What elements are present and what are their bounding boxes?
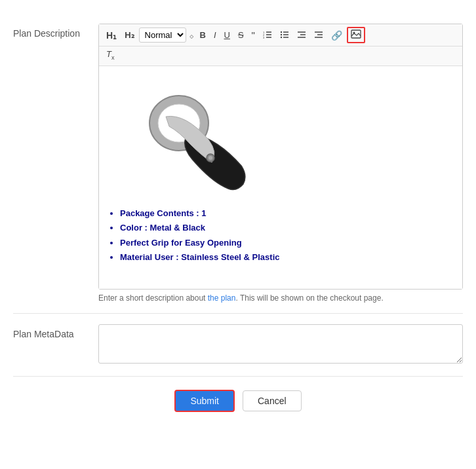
strikethrough-button[interactable]: S [235, 29, 247, 41]
cancel-button[interactable]: Cancel [243, 390, 302, 411]
bullet-item: Material User : Stainless Steel & Plasti… [120, 251, 454, 264]
bold-button[interactable]: B [197, 29, 209, 41]
plan-metadata-content [98, 324, 463, 366]
form-buttons: Submit Cancel [13, 377, 463, 425]
hint-link[interactable]: the plan [208, 293, 236, 303]
svg-point-9 [281, 31, 282, 32]
editor-toolbar-row2: Tx [99, 47, 462, 66]
underline-button[interactable]: U [221, 29, 233, 41]
svg-point-10 [281, 33, 282, 35]
svg-point-11 [281, 36, 282, 37]
bullet-item: Package Contents : 1 [120, 207, 454, 220]
format-select[interactable]: Normal [139, 28, 186, 43]
svg-text:3: 3 [263, 35, 265, 39]
plan-description-label: Plan Description [13, 24, 98, 41]
rich-text-editor: H₁ H₂ Normal ⬦ B I U S " 1 2 [98, 24, 463, 290]
content-bullet-list: Package Contents : 1Color : Metal & Blac… [107, 207, 454, 264]
editor-toolbar: H₁ H₂ Normal ⬦ B I U S " 1 2 [99, 24, 462, 47]
plan-description-content: H₁ H₂ Normal ⬦ B I U S " 1 2 [98, 24, 463, 303]
h1-button[interactable]: H₁ [103, 29, 120, 42]
italic-button[interactable]: I [210, 29, 220, 41]
bullet-item: Color : Metal & Black [120, 221, 454, 235]
submit-button[interactable]: Submit [174, 390, 235, 412]
editor-image [107, 74, 454, 200]
svg-point-23 [208, 156, 212, 160]
link-button[interactable]: 🔗 [328, 29, 346, 42]
unordered-list-button[interactable] [277, 28, 292, 43]
hint-text: Enter a short description about the plan… [98, 293, 463, 303]
editor-body[interactable]: Package Contents : 1Color : Metal & Blac… [99, 66, 462, 289]
bullet-item: Perfect Grip for Easy Opening [120, 236, 454, 250]
plan-metadata-input[interactable] [98, 324, 463, 364]
bottle-opener-image [133, 74, 277, 198]
plan-metadata-label: Plan MetaData [13, 324, 98, 341]
indent-increase-button[interactable] [311, 28, 327, 43]
h2-button[interactable]: H₂ [121, 29, 137, 41]
indent-decrease-button[interactable] [294, 28, 309, 43]
clear-format-button[interactable]: Tx [103, 48, 117, 63]
plan-metadata-row: Plan MetaData [13, 314, 463, 377]
quote-button[interactable]: " [248, 28, 258, 42]
plan-description-row: Plan Description H₁ H₂ Normal ⬦ B I U S … [13, 13, 463, 314]
ordered-list-button[interactable]: 1 2 3 [260, 28, 275, 43]
image-button[interactable] [347, 27, 365, 43]
